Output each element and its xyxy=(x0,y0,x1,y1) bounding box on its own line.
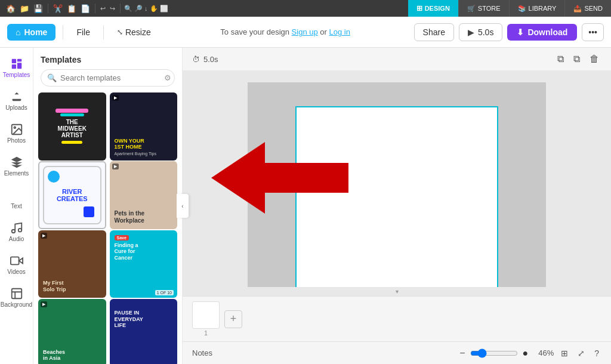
toolbar-icon-5[interactable]: 📋 xyxy=(66,4,78,13)
save-prompt: To save your design Sign up or Log in xyxy=(162,27,409,36)
design-label: DESIGN xyxy=(425,5,450,12)
sidebar-item-audio[interactable]: Audio xyxy=(2,217,32,247)
app-bar-store[interactable]: 🛒 STORE xyxy=(458,0,509,17)
svg-rect-0 xyxy=(11,59,16,63)
template-1-title: THEMIDWEEKARTIST xyxy=(55,119,88,138)
home-button[interactable]: ⌂ Home xyxy=(7,24,55,41)
app-bar-send[interactable]: 📤 SEND xyxy=(564,0,611,17)
file-button[interactable]: File xyxy=(70,24,96,41)
template-card-pause[interactable]: Pause inEVERYDAYLIFE xyxy=(110,299,178,364)
home-icon: ⌂ xyxy=(16,27,20,37)
solo-trip-title: My FirstSolo Trip xyxy=(43,280,66,293)
svg-rect-10 xyxy=(11,289,21,299)
search-container: 🔍 ⚙ xyxy=(41,69,175,87)
svg-rect-9 xyxy=(10,257,18,265)
chevron-left-icon: ‹ xyxy=(181,203,183,209)
login-link[interactable]: Log in xyxy=(329,27,350,36)
bottom-bar: Notes − ● 46% ⊞ ⤢ ? xyxy=(183,341,611,364)
filter-icon[interactable]: ⚙ xyxy=(164,73,171,82)
panel-collapse-button[interactable]: ‹ xyxy=(177,194,189,218)
canvas-top-bar: ⏱ 5.0s ⧉ ⧉ 🗑 xyxy=(183,48,611,70)
duplicate-page-button[interactable]: ⧉ xyxy=(571,53,582,66)
uploads-icon xyxy=(10,90,23,103)
add-page-button[interactable]: + xyxy=(224,310,242,328)
toolbar-icon-6[interactable]: 📄 xyxy=(79,4,91,13)
toolbar-icon-2[interactable]: 📁 xyxy=(18,4,30,13)
text-icon xyxy=(10,189,23,202)
pets-title: Pets in theWorkplace xyxy=(115,210,145,224)
preview-button[interactable]: ▶ 5.0s xyxy=(459,23,502,41)
toolbar-icon-11[interactable]: ↓ xyxy=(144,5,148,12)
toolbar-icon-13[interactable]: ⬜ xyxy=(160,5,168,13)
thumbnails-strip: 1 + xyxy=(183,296,611,341)
sidebar-item-photos[interactable]: Photos xyxy=(2,118,32,149)
toolbar-icon-10[interactable]: 🔎 xyxy=(134,5,143,13)
timer-icon: ⏱ xyxy=(192,55,200,64)
pagination-label: 1 OF 10 xyxy=(155,290,174,295)
svg-point-6 xyxy=(11,230,15,233)
thumbnail-1[interactable] xyxy=(192,301,220,329)
river-creates-text: RIVERCREATES xyxy=(57,188,88,202)
save-badge: Save xyxy=(115,235,129,240)
template-card-river-creates[interactable]: RIVERCREATES xyxy=(38,161,106,229)
zoom-slider[interactable] xyxy=(470,348,518,358)
more-options-button[interactable]: ••• xyxy=(582,23,604,41)
toolbar-icon-8[interactable]: ↪ xyxy=(109,5,116,13)
zoom-minus-icon[interactable]: − xyxy=(459,348,465,359)
fit-page-button[interactable]: ⊞ xyxy=(558,347,570,359)
svg-point-5 xyxy=(14,127,16,128)
template-2-subtitle: Apartment Buying Tips xyxy=(115,152,156,156)
template-card-1[interactable]: THEMIDWEEKARTIST xyxy=(38,92,106,161)
sidebar-item-videos[interactable]: Videos xyxy=(2,249,32,280)
toolbar-icon-12[interactable]: ✋ xyxy=(150,5,158,13)
svg-rect-3 xyxy=(11,64,16,69)
store-icon: 🛒 xyxy=(467,5,476,13)
search-input[interactable] xyxy=(60,73,161,82)
sidebar-item-templates[interactable]: Templates xyxy=(2,53,32,83)
help-button[interactable]: ? xyxy=(592,347,601,359)
zoom-bullet-icon: ● xyxy=(523,348,529,359)
app-bar-design[interactable]: ⊞ DESIGN xyxy=(408,0,458,17)
send-label: SEND xyxy=(584,5,603,12)
toolbar-icon-9[interactable]: 🔍 xyxy=(124,5,132,13)
svg-rect-2 xyxy=(17,63,21,69)
toolbar-divider-2 xyxy=(95,4,95,13)
send-icon: 📤 xyxy=(573,5,582,13)
app-bar-library[interactable]: 📚 LIBRARY xyxy=(509,0,565,17)
download-button[interactable]: ⬇ Download xyxy=(507,24,577,41)
file-label: File xyxy=(76,27,90,37)
cure-title: Finding aCure forCancer xyxy=(115,242,138,261)
share-label: Share xyxy=(423,27,445,37)
videos-icon xyxy=(10,254,23,267)
template-card-cure[interactable]: Save Finding aCure forCancer 1 OF 10 xyxy=(110,230,178,298)
sidebar-item-elements[interactable]: Elements xyxy=(2,151,32,181)
share-button[interactable]: Share xyxy=(414,23,454,41)
zoom-value: 46% xyxy=(533,348,554,357)
canvas-workspace[interactable] xyxy=(248,82,546,287)
background-icon xyxy=(10,287,23,300)
toolbar-icon-1[interactable]: 🏠 xyxy=(5,4,17,13)
sidebar-item-text[interactable]: Text xyxy=(2,184,32,214)
template-card-beaches[interactable]: ▶ Beachesin Asia xyxy=(38,299,106,364)
canvas-page[interactable] xyxy=(295,106,498,287)
delete-page-button[interactable]: 🗑 xyxy=(587,53,601,66)
sidebar-item-background[interactable]: Background xyxy=(2,282,32,313)
svg-point-7 xyxy=(18,229,21,232)
open-new-window-button[interactable]: ⧉ xyxy=(555,53,566,66)
scroll-down-arrow: ▾ xyxy=(396,288,399,295)
toolbar-icon-7[interactable]: ↩ xyxy=(99,5,107,13)
signup-link[interactable]: Sign up xyxy=(292,27,318,36)
toolbar-icon-4[interactable]: ✂️ xyxy=(52,4,64,13)
templates-icon xyxy=(10,57,23,70)
template-card-2[interactable]: OWN YOUR1ST HOME Apartment Buying Tips ▶ xyxy=(110,92,178,161)
zoom-controls: − ● 46% ⊞ ⤢ ? xyxy=(459,347,601,359)
toolbar-icon-3[interactable]: 💾 xyxy=(32,4,44,13)
river-creates-rect xyxy=(84,206,94,217)
fullscreen-button[interactable]: ⤢ xyxy=(575,347,587,359)
resize-button[interactable]: ⤡ Resize xyxy=(111,24,157,41)
resize-label: Resize xyxy=(125,27,151,37)
sidebar-item-uploads[interactable]: Uploads xyxy=(2,85,32,116)
template-card-solo-trip[interactable]: ▶ My FirstSolo Trip xyxy=(38,230,106,298)
beaches-title: Beachesin Asia xyxy=(43,349,65,362)
template-card-pets[interactable]: ▶ Pets in theWorkplace xyxy=(110,161,178,229)
